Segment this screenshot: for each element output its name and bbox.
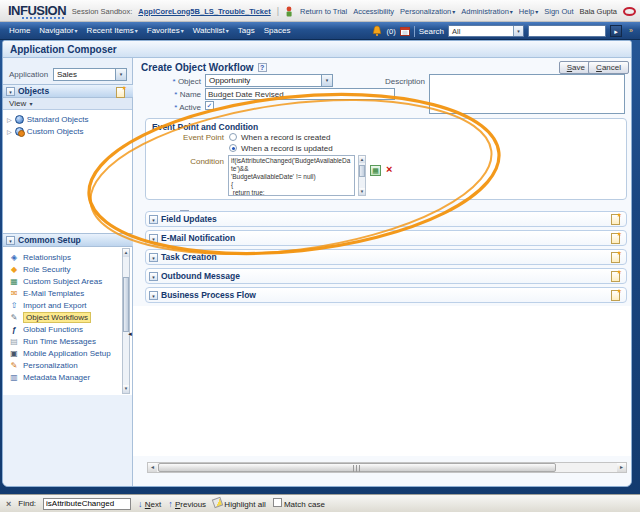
- calendar-icon[interactable]: [400, 26, 410, 36]
- sidebar-item-run-time-messages[interactable]: ▤Run Time Messages: [9, 335, 96, 347]
- brand-oval-icon: [623, 7, 636, 16]
- condition-textarea[interactable]: if(isAttributeChanged('BudgetAvailableDa…: [228, 155, 355, 196]
- page-title: Application Composer: [3, 41, 631, 58]
- view-menu[interactable]: View ▾: [3, 98, 132, 110]
- sidebar-item-metadata-manager[interactable]: ▥Metadata Manager: [9, 371, 90, 383]
- find-next-button[interactable]: ↓ Next: [138, 499, 161, 509]
- nav-navigator[interactable]: Navigator▾: [39, 26, 77, 35]
- create-task-icon[interactable]: [611, 252, 620, 263]
- create-business-process-icon[interactable]: [611, 290, 620, 301]
- chevron-down-icon: ▾: [513, 26, 523, 36]
- object-select[interactable]: Opportunity▾: [205, 74, 333, 87]
- action-row-outbound-message[interactable]: ▾ Outbound Message: [145, 268, 627, 284]
- delete-condition-icon[interactable]: ×: [386, 163, 392, 175]
- help-icon[interactable]: ?: [258, 63, 267, 72]
- tree-item-standard-objects[interactable]: ▷ Standard Objects: [7, 115, 88, 124]
- application-select[interactable]: Sales▾: [53, 68, 127, 81]
- find-previous-button[interactable]: ↑ Previous: [168, 499, 206, 509]
- subject-areas-icon: ▦: [9, 277, 19, 286]
- nav-spaces[interactable]: Spaces: [264, 26, 291, 35]
- collapse-icon[interactable]: ▾: [149, 272, 158, 281]
- collapse-icon[interactable]: ▾: [6, 236, 15, 245]
- horizontal-scrollbar[interactable]: ◄ ►: [147, 462, 627, 473]
- personalization-menu[interactable]: Personalization▾: [400, 7, 455, 16]
- administration-menu[interactable]: Administration▾: [461, 7, 513, 16]
- tree-expand-icon[interactable]: ▷: [7, 116, 12, 123]
- advanced-search-icon[interactable]: »: [626, 25, 636, 37]
- alerts-bell-icon[interactable]: [372, 25, 382, 37]
- create-email-notification-icon[interactable]: [611, 233, 620, 244]
- metadata-icon: ▥: [9, 373, 19, 382]
- close-icon[interactable]: ×: [6, 499, 11, 509]
- create-field-update-icon[interactable]: [611, 214, 620, 225]
- nav-home[interactable]: Home: [9, 26, 30, 35]
- nav-favorites[interactable]: Favorites▾: [147, 26, 184, 35]
- sidebar-scrollbar[interactable]: ▲ ▼: [122, 248, 130, 394]
- scroll-down-icon[interactable]: ▼: [123, 385, 129, 393]
- chevron-down-icon: ▾: [321, 75, 332, 86]
- accessibility-link[interactable]: Accessibility: [353, 7, 394, 16]
- standard-objects-icon: [15, 115, 24, 124]
- expression-builder-icon[interactable]: ▦: [370, 165, 381, 176]
- name-input[interactable]: [205, 88, 395, 100]
- collapse-icon[interactable]: ▾: [149, 215, 158, 224]
- new-object-icon[interactable]: [116, 87, 125, 98]
- sidebar-item-personalization[interactable]: ✎Personalization: [9, 359, 78, 371]
- tree-expand-icon[interactable]: ▷: [7, 128, 12, 135]
- action-row-field-updates[interactable]: ▾ Field Updates: [145, 211, 627, 227]
- return-to-trial-link[interactable]: Return to Trial: [300, 7, 347, 16]
- action-row-task-creation[interactable]: ▾ Task Creation: [145, 249, 627, 265]
- action-row-business-process-flow[interactable]: ▾ Business Process Flow: [145, 287, 627, 303]
- common-setup-section-header[interactable]: ▾ Common Setup: [3, 233, 133, 247]
- chevron-down-icon: ▾: [135, 28, 138, 34]
- collapse-icon[interactable]: ▾: [149, 291, 158, 300]
- sandbox-link[interactable]: ApplCoreLong5B_LS_Trouble_Ticket: [138, 7, 270, 16]
- custom-objects-icon: [15, 127, 24, 136]
- objects-tree: ▷ Standard Objects ▷ Custom Objects: [3, 110, 132, 233]
- user-name: Bala Gupta: [579, 7, 617, 16]
- sidebar-item-object-workflows[interactable]: ✎Object Workflows: [9, 311, 91, 323]
- scroll-left-icon[interactable]: ◄: [148, 463, 157, 472]
- sidebar-item-relationships[interactable]: ◈Relationships: [9, 251, 71, 263]
- sidebar-item-email-templates[interactable]: ✉E-Mail Templates: [9, 287, 84, 299]
- description-textarea[interactable]: [429, 74, 625, 114]
- radio-record-created[interactable]: [229, 133, 237, 141]
- sidebar-item-global-functions[interactable]: ƒGlobal Functions: [9, 323, 83, 335]
- nav-watchlist[interactable]: Watchlist▾: [193, 26, 229, 35]
- objects-section-header[interactable]: ▾ Objects: [3, 84, 133, 98]
- collapse-icon[interactable]: ▾: [6, 87, 15, 96]
- scroll-up-icon[interactable]: ▲: [123, 249, 129, 257]
- action-row-email-notification[interactable]: ▾ E-Mail Notification: [145, 230, 627, 246]
- divider: |: [277, 6, 279, 16]
- common-setup-list: ◈Relationships ◆Role Security ▦Custom Su…: [3, 247, 132, 395]
- sidebar-item-role-security[interactable]: ◆Role Security: [9, 263, 71, 275]
- highlight-all-button[interactable]: Highlight all: [213, 498, 266, 509]
- create-outbound-message-icon[interactable]: [611, 271, 620, 282]
- cancel-button[interactable]: Cancel: [588, 61, 629, 74]
- nav-recent-items[interactable]: Recent Items▾: [87, 26, 138, 35]
- find-input[interactable]: [43, 498, 131, 510]
- scroll-up-icon[interactable]: ▲: [359, 156, 365, 163]
- sidebar-item-custom-subject-areas[interactable]: ▦Custom Subject Areas: [9, 275, 102, 287]
- match-case-checkbox[interactable]: Match case: [273, 498, 325, 509]
- sidebar-item-mobile-application-setup[interactable]: ▣Mobile Application Setup: [9, 347, 111, 359]
- collapse-icon[interactable]: ▾: [149, 234, 158, 243]
- scroll-thumb[interactable]: [158, 463, 556, 472]
- sign-out-link[interactable]: Sign Out: [544, 7, 573, 16]
- condition-scrollbar[interactable]: ▲ ▼: [358, 155, 366, 196]
- collapse-icon[interactable]: ▾: [149, 253, 158, 262]
- nav-tags[interactable]: Tags: [238, 26, 255, 35]
- help-menu[interactable]: Help▾: [519, 7, 538, 16]
- search-scope-select[interactable]: All▾: [448, 25, 524, 37]
- scroll-down-icon[interactable]: ▼: [359, 188, 365, 195]
- sidebar-item-import-and-export[interactable]: ⇧Import and Export: [9, 299, 87, 311]
- active-checkbox[interactable]: ✓: [205, 101, 214, 110]
- scroll-thumb[interactable]: [123, 277, 129, 332]
- search-input[interactable]: [528, 25, 606, 37]
- scroll-right-icon[interactable]: ►: [617, 463, 626, 472]
- tree-item-custom-objects[interactable]: ▷ Custom Objects: [7, 127, 84, 136]
- search-go-button[interactable]: ▸: [610, 25, 622, 37]
- radio-record-updated[interactable]: [229, 144, 237, 152]
- scroll-thumb[interactable]: [359, 165, 365, 177]
- event-section-title: Event Point and Condition: [152, 122, 258, 132]
